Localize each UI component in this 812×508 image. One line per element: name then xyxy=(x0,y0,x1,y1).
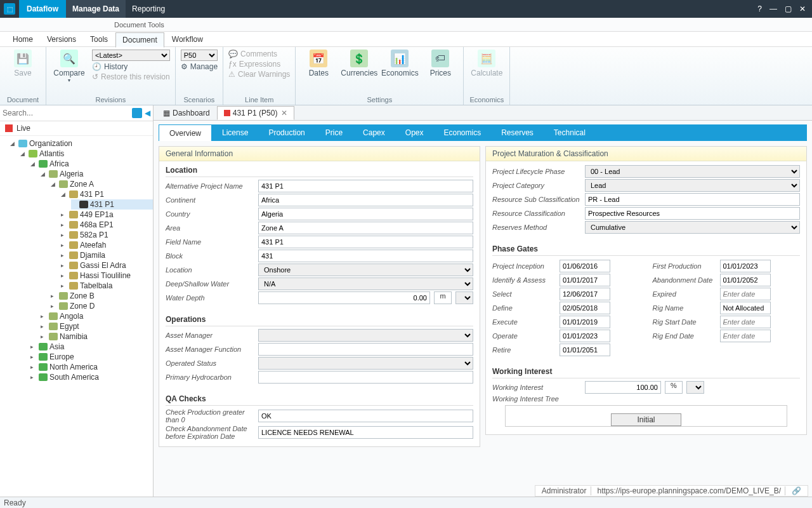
manage-scenarios-button[interactable]: ⚙Manage xyxy=(181,62,218,71)
restore-button[interactable]: ↺Restore this revision xyxy=(92,72,170,81)
doctab-431p1[interactable]: 431 P1 (P50)✕ xyxy=(217,106,295,120)
tree-europe[interactable]: ▸Europe xyxy=(30,352,153,362)
define-input[interactable] xyxy=(560,302,610,314)
help-icon[interactable]: ? xyxy=(757,4,762,13)
tree-zone-a[interactable]: ◢Zone A xyxy=(51,179,153,189)
qa-abandonment-input[interactable] xyxy=(258,426,473,439)
retire-input[interactable] xyxy=(560,344,610,356)
tree-zone-d[interactable]: ▸Zone D xyxy=(51,301,153,311)
tree-zone-b[interactable]: ▸Zone B xyxy=(51,291,153,301)
abandonment-input[interactable] xyxy=(720,274,771,286)
tab-home[interactable]: Home xyxy=(6,32,39,46)
project-category-select[interactable]: Lead xyxy=(585,179,800,192)
resource-subclass-input[interactable] xyxy=(585,193,800,206)
subtab-opex[interactable]: Opex xyxy=(395,124,434,141)
rig-start-input[interactable] xyxy=(720,316,771,328)
tab-reporting[interactable]: Reporting xyxy=(126,0,171,18)
rig-end-input[interactable] xyxy=(720,330,771,342)
tree-asia[interactable]: ▸Asia xyxy=(30,342,153,352)
tab-document[interactable]: Document xyxy=(115,32,164,48)
tree-egypt[interactable]: ▸Egypt xyxy=(41,321,153,331)
economics-settings-button[interactable]: 📊Economics xyxy=(382,50,417,77)
save-button[interactable]: 💾Save xyxy=(5,50,41,77)
revision-dropdown[interactable]: <Latest> xyxy=(92,50,170,61)
reserves-method-select[interactable]: Cumulative xyxy=(585,221,800,234)
tab-manage-data[interactable]: Manage Data xyxy=(66,0,126,18)
live-indicator[interactable]: Live xyxy=(0,121,153,136)
rig-name-input[interactable] xyxy=(720,302,771,314)
subtab-reserves[interactable]: Reserves xyxy=(491,124,544,141)
maximize-icon[interactable]: ▢ xyxy=(785,4,792,13)
tree-431p1[interactable]: 431 P1 xyxy=(71,199,153,210)
expressions-button[interactable]: ƒxExpressions xyxy=(228,60,290,69)
tree-northamerica[interactable]: ▸North America xyxy=(30,362,153,372)
subtab-production[interactable]: Production xyxy=(258,124,315,141)
wi-unit-select[interactable] xyxy=(686,381,704,394)
subtab-overview[interactable]: Overview xyxy=(159,124,212,141)
inception-input[interactable] xyxy=(560,260,610,272)
tree-449ep1a[interactable]: ▸449 EP1a xyxy=(61,210,153,220)
subtab-price[interactable]: Price xyxy=(315,124,353,141)
tree-angola[interactable]: ▸Angola xyxy=(41,311,153,321)
tree-africa[interactable]: ◢Africa xyxy=(30,159,153,169)
subtab-license[interactable]: License xyxy=(212,124,258,141)
lifecycle-phase-select[interactable]: 00 - Lead xyxy=(585,165,800,178)
comments-button[interactable]: 💬Comments xyxy=(228,50,290,58)
select-input[interactable] xyxy=(560,288,610,300)
history-button[interactable]: 🕘History xyxy=(92,62,170,71)
resource-class-input[interactable] xyxy=(585,207,800,220)
location-select[interactable]: Onshore xyxy=(258,264,473,276)
tree-algeria[interactable]: ◢Algeria xyxy=(41,169,153,179)
primary-hydrocarbon-input[interactable] xyxy=(258,371,473,384)
operate-input[interactable] xyxy=(560,330,610,342)
calculate-button[interactable]: 🧮Calculate xyxy=(469,50,504,77)
search-options-icon[interactable] xyxy=(132,108,142,118)
collapse-left-icon[interactable]: ◀ xyxy=(145,109,150,117)
continent-input[interactable] xyxy=(258,194,473,206)
tree-582ap1[interactable]: ▸582a P1 xyxy=(61,230,153,240)
first-production-input[interactable] xyxy=(720,260,771,272)
tree-hassi[interactable]: ▸Hassi Tiouliline xyxy=(61,271,153,281)
subtab-technical[interactable]: Technical xyxy=(544,124,596,141)
alt-project-name-input[interactable] xyxy=(258,180,473,192)
tree-468aep1[interactable]: ▸468a EP1 xyxy=(61,220,153,230)
search-input[interactable] xyxy=(3,109,129,117)
working-interest-input[interactable] xyxy=(585,381,661,394)
tree-organization[interactable]: ◢Organization xyxy=(10,138,153,149)
minimize-icon[interactable]: — xyxy=(769,4,777,13)
doctab-dashboard[interactable]: ▦Dashboard xyxy=(156,106,217,120)
asset-manager-select[interactable] xyxy=(258,329,473,342)
dates-button[interactable]: 📅Dates xyxy=(301,50,336,77)
subtab-capex[interactable]: Capex xyxy=(353,124,395,141)
tree-431p1-parent[interactable]: ◢431 P1 xyxy=(61,189,153,199)
tree-tabel[interactable]: ▸Tabelbala xyxy=(61,281,153,291)
expired-input[interactable] xyxy=(720,288,771,300)
tab-workflow[interactable]: Workflow xyxy=(166,32,209,46)
subtab-economics[interactable]: Economics xyxy=(433,124,491,141)
identify-input[interactable] xyxy=(560,274,610,286)
depth-unit-select[interactable] xyxy=(455,291,473,304)
water-depth-input[interactable] xyxy=(258,291,430,304)
tree-ateefah[interactable]: ▸Ateefah xyxy=(61,240,153,250)
tree-djamila[interactable]: ▸Djamila xyxy=(61,250,153,260)
area-input[interactable] xyxy=(258,222,473,234)
tree-southamerica[interactable]: ▸South America xyxy=(30,372,153,382)
tree-atlantis[interactable]: ◢Atlantis xyxy=(20,149,153,159)
close-icon[interactable]: ✕ xyxy=(799,4,806,13)
currencies-button[interactable]: 💲Currencies xyxy=(341,50,377,77)
wi-tree-initial[interactable]: Initial xyxy=(611,413,681,426)
compare-button[interactable]: 🔍Compare▾ xyxy=(51,50,87,83)
qa-production-input[interactable] xyxy=(258,410,473,422)
execute-input[interactable] xyxy=(560,316,610,328)
close-tab-icon[interactable]: ✕ xyxy=(281,109,287,117)
block-input[interactable] xyxy=(258,250,473,262)
clear-warnings-button[interactable]: ⚠Clear Warnings xyxy=(228,70,290,79)
tree-gassi[interactable]: ▸Gassi El Adra xyxy=(61,260,153,271)
water-depth-type-select[interactable]: N/A xyxy=(258,277,473,290)
tree-namibia[interactable]: ▸Namibia xyxy=(41,331,153,342)
tab-tools[interactable]: Tools xyxy=(84,32,114,46)
prices-button[interactable]: 🏷Prices xyxy=(422,50,458,77)
operated-status-select[interactable] xyxy=(258,357,473,370)
asset-manager-function-input[interactable] xyxy=(258,343,473,356)
scenario-dropdown[interactable]: P50 xyxy=(181,50,218,61)
